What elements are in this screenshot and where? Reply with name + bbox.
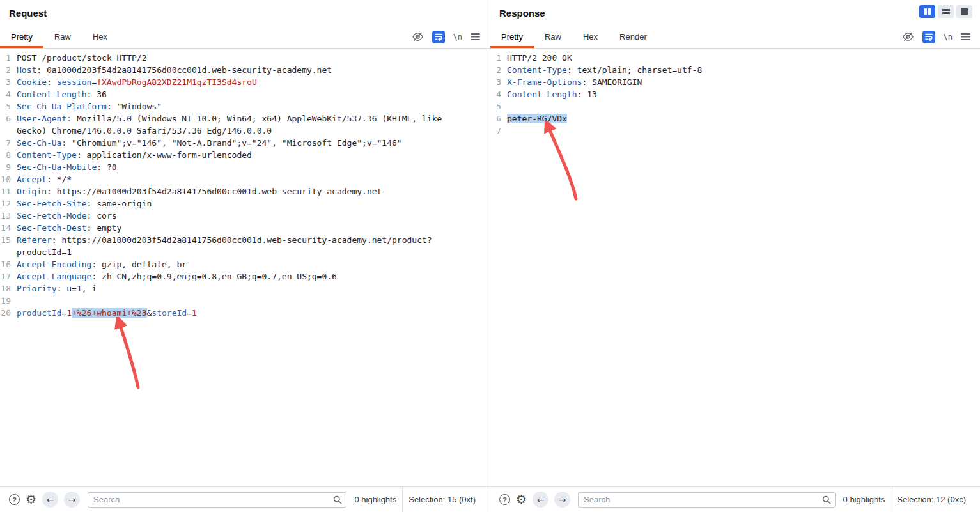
next-match-button[interactable]: → [554, 492, 570, 508]
code-line: 8Content-Type: application/x-www-form-ur… [0, 149, 490, 161]
response-panel: Response PrettyRawHexRender [490, 0, 980, 512]
line-content[interactable]: Priority: u=1, i [11, 283, 490, 295]
line-content[interactable]: peter-RG7VDx [501, 112, 980, 125]
code-line: 7 [490, 125, 980, 137]
eye-off-icon[interactable] [902, 31, 914, 43]
single-layout-button[interactable] [956, 5, 972, 18]
line-number: 13 [0, 210, 11, 222]
line-number: 1 [0, 52, 11, 64]
code-line: 19 [0, 295, 490, 307]
request-code: 1POST /product/stock HTTP/22Host: 0a1000… [0, 52, 490, 319]
tab-raw[interactable]: Raw [43, 26, 82, 48]
prev-match-button[interactable]: ← [533, 492, 548, 508]
code-line: 7Sec-Ch-Ua: "Chromium";v="146", "Not-A.B… [0, 137, 490, 149]
line-content[interactable]: Sec-Ch-Ua-Mobile: ?0 [11, 161, 490, 173]
help-icon[interactable]: ? [9, 494, 20, 505]
response-tabs: PrettyRawHexRender [490, 26, 658, 48]
highlights-count: 0 highlights [843, 495, 885, 504]
columns-layout-button[interactable] [919, 5, 935, 18]
tab-hex[interactable]: Hex [572, 26, 609, 48]
request-view-icons: \n [412, 26, 490, 48]
response-header: Response [490, 0, 980, 26]
response-tabbar: PrettyRawHexRender [490, 26, 980, 49]
tab-pretty[interactable]: Pretty [490, 26, 534, 48]
soft-wrap-toggle-icon[interactable] [432, 31, 445, 43]
request-bottombar: ? ⚙ ← → 0 highlights Selection: 15 (0xf) [0, 486, 490, 512]
line-content[interactable]: Sec-Fetch-Mode: cors [11, 210, 490, 222]
hamburger-menu-icon[interactable] [471, 33, 480, 41]
line-content[interactable]: Sec-Fetch-Dest: empty [11, 222, 490, 234]
line-content[interactable]: productId=1+%26+whoami+%23&storeId=1 [11, 307, 490, 319]
line-content[interactable]: User-Agent: Mozilla/5.0 (Windows NT 10.0… [11, 112, 490, 137]
settings-gear-icon[interactable]: ⚙ [516, 493, 527, 506]
line-content[interactable]: Sec-Fetch-Site: same-origin [11, 198, 490, 210]
highlights-count: 0 highlights [354, 495, 396, 504]
prev-match-button[interactable]: ← [42, 492, 58, 508]
code-line: 4Content-Length: 36 [0, 88, 490, 100]
line-content[interactable]: HTTP/2 200 OK [501, 52, 980, 64]
line-content[interactable]: Accept-Encoding: gzip, deflate, br [11, 258, 490, 270]
tab-raw[interactable]: Raw [534, 26, 572, 48]
line-content[interactable]: X-Frame-Options: SAMEORIGIN [501, 76, 980, 88]
code-line: 1HTTP/2 200 OK [490, 52, 980, 64]
line-number: 20 [0, 307, 11, 319]
line-number: 2 [0, 64, 11, 76]
code-line: 15Referer: https://0a1000d203f54d2a81417… [0, 234, 490, 258]
eye-off-icon[interactable] [412, 31, 424, 43]
line-content[interactable]: Origin: https://0a1000d203f54d2a8141756d… [11, 185, 490, 198]
line-content[interactable]: Sec-Ch-Ua-Platform: "Windows" [11, 100, 490, 112]
code-line: 16Accept-Encoding: gzip, deflate, br [0, 258, 490, 270]
divider [891, 487, 891, 512]
line-number: 17 [0, 270, 11, 283]
settings-gear-icon[interactable]: ⚙ [26, 493, 36, 506]
request-header: Request [0, 0, 490, 26]
line-number: 12 [0, 198, 11, 210]
next-match-button[interactable]: → [64, 492, 80, 508]
line-content[interactable]: Referer: https://0a1000d203f54d2a8141756… [11, 234, 490, 258]
search-icon [332, 495, 343, 507]
line-content[interactable]: Cookie: session=fXAwdPbRogA82XDZ21M1qzTI… [11, 76, 490, 88]
search-icon [821, 495, 832, 507]
repeater-window: Request PrettyRawHex [0, 0, 980, 512]
line-content[interactable]: Accept: */* [11, 173, 490, 185]
code-line: 3X-Frame-Options: SAMEORIGIN [490, 76, 980, 88]
line-number: 5 [0, 100, 11, 112]
line-number: 6 [0, 112, 11, 137]
line-content[interactable] [501, 100, 980, 112]
line-content[interactable]: Accept-Language: zh-CN,zh;q=0.9,en;q=0.8… [11, 270, 490, 283]
code-line: 11Origin: https://0a1000d203f54d2a814175… [0, 185, 490, 198]
line-content[interactable] [501, 125, 980, 137]
search-input[interactable] [88, 492, 346, 508]
search-input[interactable] [578, 492, 836, 508]
line-content[interactable]: Sec-Ch-Ua: "Chromium";v="146", "Not-A.Br… [11, 137, 490, 149]
code-line: 3Cookie: session=fXAwdPbRogA82XDZ21M1qzT… [0, 76, 490, 88]
line-content[interactable]: POST /product/stock HTTP/2 [11, 52, 490, 64]
line-content[interactable]: Content-Length: 36 [11, 88, 490, 100]
line-content[interactable]: Content-Type: text/plain; charset=utf-8 [501, 64, 980, 76]
line-number: 19 [0, 295, 11, 307]
line-content[interactable]: Host: 0a1000d203f54d2a8141756d00cc001d.w… [11, 64, 490, 76]
code-line: 20productId=1+%26+whoami+%23&storeId=1 [0, 307, 490, 319]
soft-wrap-toggle-icon[interactable] [922, 31, 935, 43]
line-content[interactable]: Content-Length: 13 [501, 88, 980, 100]
newline-toggle-icon[interactable]: \n [944, 33, 953, 42]
code-line: 13Sec-Fetch-Mode: cors [0, 210, 490, 222]
line-content[interactable]: Content-Type: application/x-www-form-url… [11, 149, 490, 161]
line-number: 11 [0, 185, 11, 198]
newline-toggle-icon[interactable]: \n [453, 33, 462, 42]
request-tabs: PrettyRawHex [0, 26, 118, 48]
line-number: 2 [490, 64, 501, 76]
help-icon[interactable]: ? [499, 494, 510, 505]
code-line: 6peter-RG7VDx [490, 112, 980, 125]
request-editor[interactable]: 1POST /product/stock HTTP/22Host: 0a1000… [0, 49, 490, 486]
tab-hex[interactable]: Hex [82, 26, 118, 48]
line-content[interactable] [11, 295, 490, 307]
hamburger-menu-icon[interactable] [961, 33, 970, 41]
tab-pretty[interactable]: Pretty [0, 26, 43, 48]
response-code: 1HTTP/2 200 OK2Content-Type: text/plain;… [490, 52, 980, 137]
response-editor[interactable]: 1HTTP/2 200 OK2Content-Type: text/plain;… [490, 49, 980, 486]
request-search-box [88, 492, 346, 508]
rows-layout-button[interactable] [938, 5, 954, 18]
tab-render[interactable]: Render [609, 26, 658, 48]
selection-status: Selection: 12 (0xc) [897, 495, 966, 504]
